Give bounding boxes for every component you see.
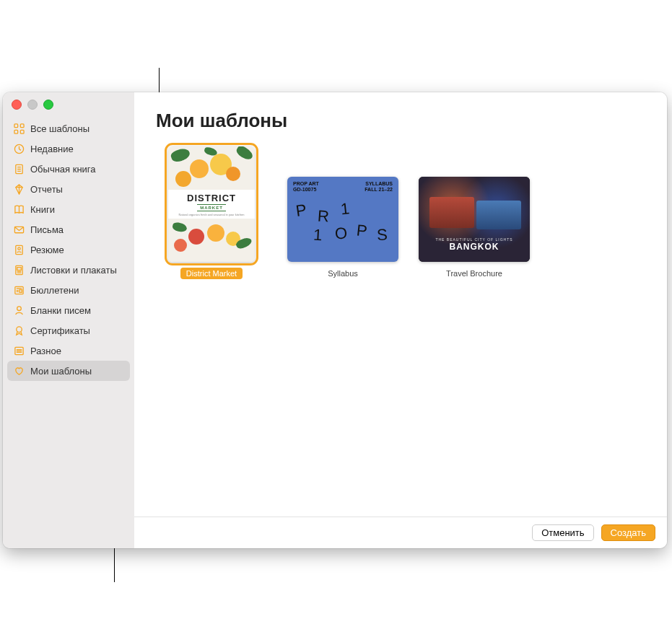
thumb-letters: P R 1 1 O P S	[287, 177, 398, 262]
template-thumbnail: DISTRICT MARKET Natural organics fresh a…	[168, 146, 255, 262]
sidebar-item-label: Сертификаты	[30, 325, 90, 336]
sidebar-item-label: Письма	[30, 224, 64, 235]
grid-icon	[13, 123, 25, 134]
svg-point-12	[17, 247, 19, 249]
sidebar-item-label: Листовки и плакаты	[30, 265, 117, 276]
envelope-icon	[13, 224, 25, 235]
sidebar-item-label: Отчеты	[30, 184, 63, 195]
sidebar-item-label: Бланки писем	[30, 305, 91, 316]
sidebar-item-certificates[interactable]: Сертификаты	[3, 320, 134, 340]
person-doc-icon	[13, 244, 25, 255]
sidebar-item-basic-book[interactable]: Обычная книга	[3, 159, 134, 179]
sidebar-item-label: Недавние	[30, 144, 74, 154]
page-title: Мои шаблоны	[156, 110, 645, 132]
sidebar-item-books[interactable]: Книги	[3, 199, 134, 219]
clock-icon	[13, 143, 25, 154]
template-thumbnail: PROP ART GD-10075 SYLLABUS FALL 21–22 P …	[287, 177, 398, 262]
thumb-title-text: DISTRICT	[187, 193, 236, 203]
sidebar-item-label: Разное	[30, 346, 61, 356]
template-label: Syllabus	[322, 268, 364, 279]
person-card-icon	[13, 304, 25, 316]
templates-grid: DISTRICT MARKET Natural organics fresh a…	[134, 136, 667, 517]
template-district-market[interactable]: DISTRICT MARKET Natural organics fresh a…	[156, 146, 267, 279]
sidebar-item-reports[interactable]: Отчеты	[3, 179, 134, 199]
sidebar-item-label: Резюме	[30, 245, 64, 255]
sidebar-item-label: Книги	[30, 204, 55, 215]
sidebar-list: Все шаблоны Недавние Обычная книга Отчет…	[3, 115, 134, 384]
sidebar-item-label: Бюллетени	[30, 285, 79, 296]
zoom-window-button[interactable]	[43, 100, 53, 110]
sidebar-item-my-templates[interactable]: Мои шаблоны	[7, 361, 130, 381]
thumb-text: BANGKOK	[419, 242, 530, 252]
svg-point-22	[17, 306, 21, 310]
sidebar-item-flyers-posters[interactable]: Листовки и плакаты	[3, 260, 134, 280]
create-button[interactable]: Создать	[601, 524, 655, 541]
news-icon	[13, 284, 25, 296]
svg-rect-3	[20, 130, 24, 133]
thumb-tagline-text: Natural organics fresh and seasonal in y…	[179, 213, 245, 216]
main-header: Мои шаблоны	[134, 92, 667, 136]
cancel-button[interactable]: Отменить	[532, 524, 593, 541]
sidebar: Все шаблоны Недавние Обычная книга Отчет…	[3, 92, 134, 548]
template-travel-brochure[interactable]: THE BEAUTIFUL CITY OF LIGHTS BANGKOK Tra…	[419, 146, 530, 279]
heart-icon	[13, 365, 25, 377]
sidebar-item-label: Мои шаблоны	[30, 366, 92, 377]
doc-icon	[13, 163, 25, 175]
svg-rect-21	[19, 289, 21, 292]
svg-point-23	[16, 326, 22, 332]
thumb-subtitle-text: MARKET	[197, 204, 226, 211]
crystal-icon	[13, 183, 25, 195]
sidebar-item-label: Обычная книга	[30, 164, 96, 175]
template-label: District Market	[180, 268, 243, 279]
sidebar-item-resumes[interactable]: Резюме	[3, 240, 134, 260]
template-chooser-window: Все шаблоны Недавние Обычная книга Отчет…	[3, 92, 667, 548]
sidebar-item-all-templates[interactable]: Все шаблоны	[3, 118, 134, 139]
template-label: Travel Brochure	[440, 268, 508, 279]
sidebar-item-misc[interactable]: Разное	[3, 340, 134, 361]
footer-bar: Отменить Создать	[134, 517, 667, 548]
close-window-button[interactable]	[12, 100, 22, 110]
sidebar-item-stationery[interactable]: Бланки писем	[3, 300, 134, 320]
template-thumbnail: THE BEAUTIFUL CITY OF LIGHTS BANGKOK	[419, 177, 530, 262]
svg-rect-2	[14, 130, 17, 133]
svg-rect-1	[20, 123, 24, 127]
list-icon	[13, 345, 25, 356]
window-controls	[3, 92, 134, 115]
sidebar-item-recents[interactable]: Недавние	[3, 139, 134, 159]
book-icon	[13, 203, 25, 215]
ribbon-icon	[13, 325, 25, 336]
sidebar-item-label: Все шаблоны	[30, 123, 90, 134]
minimize-window-button[interactable]	[27, 100, 38, 110]
svg-rect-0	[14, 123, 17, 127]
sidebar-item-newsletters[interactable]: Бюллетени	[3, 280, 134, 300]
svg-rect-14	[17, 267, 21, 270]
poster-icon	[13, 264, 25, 276]
template-syllabus[interactable]: PROP ART GD-10075 SYLLABUS FALL 21–22 P …	[287, 146, 398, 279]
sidebar-item-letters[interactable]: Письма	[3, 219, 134, 240]
main-panel: Мои шаблоны DISTRICT	[134, 92, 667, 548]
